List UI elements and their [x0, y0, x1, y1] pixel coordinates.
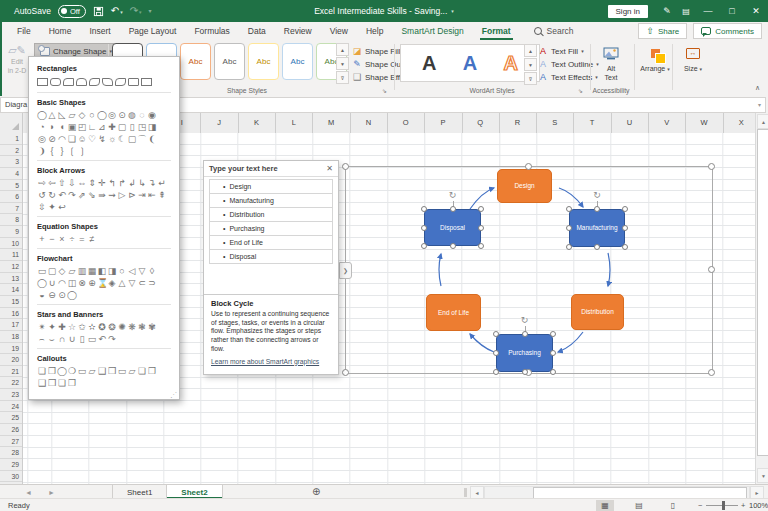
- zoom-slider-thumb[interactable]: [722, 501, 725, 510]
- selection-handle[interactable]: [493, 350, 499, 356]
- column-header-O[interactable]: O: [387, 113, 425, 133]
- column-header-V[interactable]: V: [648, 113, 686, 133]
- shape-option[interactable]: ⌒: [137, 133, 147, 145]
- shape-option[interactable]: ◇: [77, 109, 87, 121]
- shape-option[interactable]: ❐: [147, 365, 157, 377]
- shape-option[interactable]: ⇔: [77, 177, 87, 189]
- shape-option[interactable]: ☆: [67, 321, 77, 333]
- shape-option[interactable]: ⊃: [147, 277, 157, 289]
- selection-handle[interactable]: [566, 244, 572, 250]
- shape-option[interactable]: ❂: [107, 321, 117, 333]
- shape-option[interactable]: ❑: [37, 377, 47, 389]
- row-header-9[interactable]: 9: [0, 226, 22, 238]
- shape-option[interactable]: [89, 78, 100, 86]
- selection-handle[interactable]: [594, 206, 600, 212]
- tab-file[interactable]: File: [8, 22, 40, 40]
- shape-option[interactable]: ❒: [107, 365, 117, 377]
- row-header-11[interactable]: 11: [0, 249, 22, 261]
- close-button[interactable]: ✕: [744, 0, 768, 22]
- size-button[interactable]: ↔ Size ▾: [676, 44, 710, 73]
- scroll-down-icon[interactable]: ▼: [757, 468, 768, 483]
- shape-option[interactable]: ▢: [117, 121, 127, 133]
- text-pane-item-end-of-life[interactable]: •End of Life: [209, 235, 333, 250]
- shape-option[interactable]: ◧: [97, 265, 107, 277]
- selection-handle[interactable]: [450, 206, 456, 212]
- selection-handle[interactable]: [566, 206, 572, 212]
- shape-option[interactable]: ⇥: [137, 189, 147, 201]
- smartart-node-distribution[interactable]: Distribution: [571, 294, 624, 330]
- comments-button[interactable]: Comments: [693, 23, 762, 39]
- gallery-more-icon[interactable]: ⊽: [336, 71, 349, 84]
- shape-option[interactable]: ⌢: [37, 333, 47, 345]
- shape-option[interactable]: ⇕: [87, 177, 97, 189]
- wordart-gallery[interactable]: A A A: [400, 44, 540, 82]
- row-header-7[interactable]: 7: [0, 203, 22, 215]
- shape-option[interactable]: ∩: [57, 333, 67, 345]
- shape-option[interactable]: ⇩: [67, 177, 77, 189]
- shape-option[interactable]: ❍: [67, 365, 77, 377]
- selection-handle[interactable]: [522, 331, 528, 337]
- shape-option[interactable]: ▯: [127, 121, 137, 133]
- shape-option[interactable]: [37, 78, 48, 86]
- text-pane-toggle[interactable]: ❯: [339, 262, 352, 279]
- shape-option[interactable]: ◨: [147, 121, 157, 133]
- tab-help[interactable]: Help: [357, 22, 392, 40]
- shape-option[interactable]: ◍: [127, 109, 137, 121]
- shape-option[interactable]: ❨: [147, 133, 157, 145]
- shape-option[interactable]: ⊕: [87, 277, 97, 289]
- shape-option[interactable]: ✪: [97, 321, 107, 333]
- shape-option[interactable]: ✾: [147, 321, 157, 333]
- shape-option[interactable]: ↻: [47, 189, 57, 201]
- shape-styles-dialog-launcher-icon[interactable]: ⇘: [382, 87, 387, 94]
- shape-option[interactable]: ❏: [67, 133, 77, 145]
- shape-option[interactable]: +: [37, 233, 47, 245]
- shape-option[interactable]: ☺: [77, 133, 87, 145]
- shape-option[interactable]: ✺: [117, 321, 127, 333]
- selection-handle[interactable]: [450, 243, 456, 249]
- shape-option[interactable]: ❋: [127, 321, 137, 333]
- shape-option[interactable]: ▭: [87, 333, 97, 345]
- row-header-19[interactable]: 19: [0, 343, 22, 355]
- shape-option[interactable]: ▱: [67, 109, 77, 121]
- shape-option[interactable]: ⊗: [77, 277, 87, 289]
- collapse-ribbon-icon[interactable]: ∧: [755, 84, 760, 92]
- pen-icon[interactable]: ✎: [658, 0, 676, 22]
- row-header-8[interactable]: 8: [0, 214, 22, 226]
- shape-option[interactable]: ↱: [117, 177, 127, 189]
- scroll-up-icon[interactable]: ▲: [757, 114, 768, 129]
- shape-option[interactable]: ⇧: [57, 177, 67, 189]
- shape-option[interactable]: ⇛: [97, 189, 107, 201]
- shape-option[interactable]: ▭: [77, 365, 87, 377]
- row-header-29[interactable]: 29: [0, 459, 22, 471]
- select-all-corner[interactable]: [0, 113, 23, 133]
- shape-option[interactable]: ◖: [57, 121, 67, 133]
- selection-handle[interactable]: [566, 225, 572, 231]
- tab-view[interactable]: View: [321, 22, 357, 40]
- share-button[interactable]: ⇧ Share: [638, 23, 687, 39]
- row-header-5[interactable]: 5: [0, 180, 22, 192]
- selection-handle[interactable]: [522, 369, 528, 375]
- sign-in-button[interactable]: Sign in: [608, 5, 648, 18]
- tab-splitter[interactable]: [464, 488, 467, 497]
- smartart-node-manufacturing[interactable]: Manufacturing: [569, 209, 625, 247]
- row-header-4[interactable]: 4: [0, 168, 22, 180]
- shape-option[interactable]: ❒: [47, 377, 57, 389]
- smartart-help-link[interactable]: Learn more about SmartArt graphics: [211, 358, 331, 365]
- rotate-handle-icon[interactable]: ↻: [518, 316, 532, 325]
- page-break-view-icon[interactable]: ▯: [664, 500, 682, 511]
- selection-handle[interactable]: [493, 369, 499, 375]
- row-header-27[interactable]: 27: [0, 436, 22, 448]
- text-pane-close-icon[interactable]: ✕: [326, 164, 333, 173]
- row-header-15[interactable]: 15: [0, 296, 22, 308]
- shape-option[interactable]: ✛: [97, 177, 107, 189]
- shape-option[interactable]: ○: [117, 265, 127, 277]
- row-header-21[interactable]: 21: [0, 366, 22, 378]
- ribbon-display-options-icon[interactable]: ▤: [676, 0, 696, 22]
- shape-option[interactable]: ☾: [117, 133, 127, 145]
- sheet-tab-sheet1[interactable]: Sheet1: [112, 485, 167, 499]
- selection-handle[interactable]: [421, 225, 427, 231]
- tab-formulas[interactable]: Formulas: [185, 22, 238, 40]
- shape-option[interactable]: △: [47, 109, 57, 121]
- shape-option[interactable]: ↯: [97, 133, 107, 145]
- shape-option[interactable]: ✦: [47, 321, 57, 333]
